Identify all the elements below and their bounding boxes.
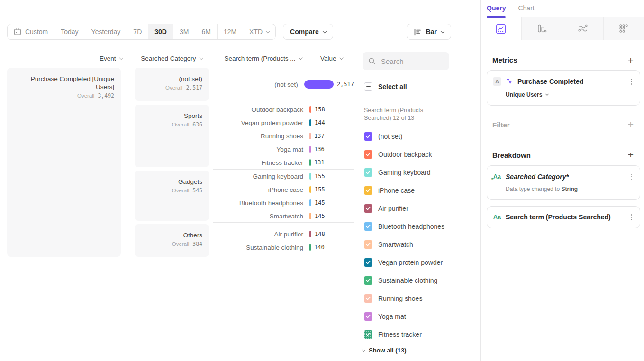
checkbox-icon[interactable] bbox=[364, 294, 372, 303]
checkbox-icon[interactable] bbox=[364, 204, 372, 213]
column-header-search-term[interactable]: Search term (Products ... bbox=[213, 55, 302, 62]
checkbox-icon[interactable] bbox=[364, 312, 372, 321]
legend-item[interactable]: iPhone case bbox=[363, 181, 480, 199]
query-builder-sidebar: Query Chart Metrics + A Purchase Complet… bbox=[480, 0, 644, 361]
value-bar[interactable] bbox=[309, 213, 311, 219]
date-range-yesterday[interactable]: Yesterday bbox=[85, 24, 127, 39]
checkbox-icon[interactable] bbox=[364, 168, 372, 177]
report-tab-funnels[interactable] bbox=[521, 17, 562, 40]
add-metric-button[interactable]: + bbox=[628, 56, 634, 64]
checkbox-icon[interactable] bbox=[364, 276, 372, 285]
value: 155 bbox=[315, 186, 325, 193]
metrics-section-header: Metrics + bbox=[492, 56, 634, 64]
tab-chart[interactable]: Chart bbox=[518, 4, 534, 17]
report-tab-retention[interactable] bbox=[562, 17, 603, 40]
report-tab-flows[interactable] bbox=[603, 17, 644, 40]
value-bar[interactable] bbox=[309, 133, 311, 139]
value-bar[interactable] bbox=[309, 186, 311, 193]
legend-item[interactable]: Sustainable clothing bbox=[363, 271, 480, 289]
table-row[interactable]: (not set) 2,517 bbox=[213, 78, 354, 91]
table-row[interactable]: Smartwatch 145 bbox=[213, 209, 354, 223]
metric-card[interactable]: A Purchase Completed Unique Users bbox=[487, 70, 640, 106]
chart-type-selector[interactable]: Bar bbox=[407, 24, 451, 40]
search-term-label: Fitness tracker bbox=[213, 159, 303, 166]
date-range-12m[interactable]: 12M bbox=[218, 24, 243, 39]
compare-button[interactable]: Compare bbox=[283, 24, 333, 40]
table-row[interactable]: Fitness tracker 131 bbox=[213, 156, 354, 169]
legend-item[interactable]: Fitness tracker bbox=[363, 325, 480, 343]
legend-item[interactable]: Outdoor backpack bbox=[363, 145, 480, 163]
table-row[interactable]: Bluetooth headphones 145 bbox=[213, 196, 354, 209]
checkbox-icon[interactable] bbox=[364, 222, 372, 231]
legend-item[interactable]: Vegan protein powder bbox=[363, 253, 480, 271]
indeterminate-checkbox-icon[interactable] bbox=[364, 82, 372, 91]
legend-item[interactable]: Yoga mat bbox=[363, 307, 480, 325]
string-property-icon: Aa bbox=[493, 173, 501, 180]
value-bar[interactable] bbox=[309, 146, 311, 153]
metric-menu-button[interactable] bbox=[629, 77, 635, 87]
breakdown-menu-button[interactable] bbox=[629, 172, 635, 182]
date-range-30d[interactable]: 30D bbox=[148, 24, 173, 39]
checkbox-icon[interactable] bbox=[364, 132, 372, 141]
category-cell[interactable]: Gadgets Overall545 bbox=[135, 171, 209, 221]
value-bar[interactable] bbox=[309, 199, 311, 206]
select-all[interactable]: Select all bbox=[364, 82, 480, 91]
column-header-searched-category[interactable]: Searched Category bbox=[135, 55, 202, 62]
value-bar[interactable] bbox=[309, 159, 311, 166]
legend-item[interactable]: (not set) bbox=[363, 127, 480, 145]
add-breakdown-button[interactable]: + bbox=[628, 151, 634, 159]
legend-item[interactable]: Air purifier bbox=[363, 199, 480, 217]
date-range-today[interactable]: Today bbox=[54, 24, 85, 39]
tab-query[interactable]: Query bbox=[487, 4, 506, 17]
table-row[interactable]: Air purifier 148 bbox=[213, 227, 354, 241]
table-row[interactable]: Sustainable clothing 140 bbox=[213, 241, 354, 254]
legend-item[interactable]: Smartwatch bbox=[363, 235, 480, 253]
category-cell[interactable]: Others Overall384 bbox=[135, 224, 209, 257]
checkbox-icon[interactable] bbox=[364, 186, 372, 195]
table-row[interactable]: Vegan protein powder 144 bbox=[213, 116, 354, 129]
date-range-7d[interactable]: 7D bbox=[127, 24, 148, 39]
search-box[interactable] bbox=[363, 52, 449, 70]
breakdown-card[interactable]: Aa Search term (Products Searched) bbox=[487, 206, 640, 228]
breakdown-card[interactable]: Aa Searched Category* Data type changed … bbox=[487, 165, 640, 200]
column-header-value[interactable]: Value bbox=[311, 55, 343, 62]
breakdown-menu-button[interactable] bbox=[629, 212, 635, 222]
value-bar[interactable] bbox=[309, 106, 311, 113]
chevron-down-icon bbox=[339, 56, 343, 60]
show-all-toggle[interactable]: Show all (13) bbox=[363, 347, 480, 354]
value-bar[interactable] bbox=[309, 244, 311, 251]
aggregation-selector[interactable]: Unique Users bbox=[506, 91, 634, 98]
column-header-event[interactable]: Event bbox=[7, 55, 122, 62]
retention-icon bbox=[578, 23, 588, 34]
legend-item[interactable]: Bluetooth headphones bbox=[363, 217, 480, 235]
table-row[interactable]: Yoga mat 136 bbox=[213, 143, 354, 156]
value-bar[interactable] bbox=[309, 231, 311, 237]
checkbox-icon[interactable] bbox=[364, 258, 372, 267]
legend-item[interactable]: Gaming keyboard bbox=[363, 163, 480, 181]
table-row[interactable]: Running shoes 137 bbox=[213, 129, 354, 143]
table-row[interactable]: Gaming keyboard 155 bbox=[213, 170, 354, 183]
breakdown-section-header: Breakdown + bbox=[492, 151, 634, 159]
report-tab-insights[interactable] bbox=[481, 17, 521, 40]
date-range-3m[interactable]: 3M bbox=[173, 24, 195, 39]
category-cell[interactable]: Sports Overall636 bbox=[135, 105, 209, 167]
value-bar[interactable] bbox=[304, 80, 334, 89]
value-bar[interactable] bbox=[309, 173, 311, 180]
add-filter-button[interactable]: + bbox=[628, 121, 634, 128]
table-row[interactable]: iPhone case 155 bbox=[213, 183, 354, 196]
checkbox-icon[interactable] bbox=[364, 150, 372, 159]
checkbox-icon[interactable] bbox=[364, 330, 372, 339]
category-name: Sports bbox=[140, 112, 202, 120]
legend-item[interactable]: Running shoes bbox=[363, 289, 480, 307]
date-range-xtd[interactable]: XTD bbox=[243, 24, 275, 39]
table-row[interactable]: Outdoor backpack 158 bbox=[213, 103, 354, 116]
value-bar[interactable] bbox=[309, 119, 311, 126]
event-cell[interactable]: Purchase Completed [Unique Users] Overal… bbox=[7, 68, 121, 257]
category-cell[interactable]: (not set) Overall2,517 bbox=[135, 68, 209, 101]
date-range-6m[interactable]: 6M bbox=[195, 24, 217, 39]
chevron-down-icon bbox=[441, 29, 444, 33]
date-range-custom[interactable]: Custom bbox=[8, 24, 54, 39]
search-input[interactable] bbox=[380, 57, 442, 66]
checkbox-icon[interactable] bbox=[364, 240, 372, 249]
overall-value: 3,492 bbox=[98, 92, 114, 99]
